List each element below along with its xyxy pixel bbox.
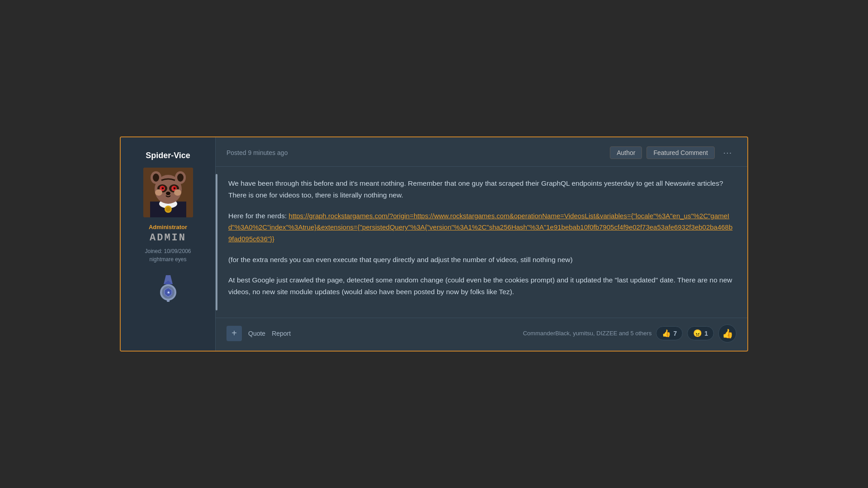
add-reaction-button[interactable]: + <box>226 326 242 341</box>
medal-icon: ★ <box>157 275 179 302</box>
upvote-button[interactable]: 👍 <box>718 324 736 343</box>
author-sidebar: Spider-Vice <box>121 137 216 350</box>
post-paragraph-2: (for the extra nerds you can even execut… <box>228 254 735 266</box>
svg-point-13 <box>162 188 164 189</box>
post-header-badges: Author Featured Comment ⋯ <box>610 145 736 160</box>
post-content-area: Posted 9 minutes ago Author Featured Com… <box>216 137 747 350</box>
post-header: Posted 9 minutes ago Author Featured Com… <box>216 137 747 167</box>
post-container: Spider-Vice <box>120 136 748 351</box>
post-timestamp: Posted 9 minutes ago <box>226 149 288 156</box>
author-badge-label: Author <box>610 146 642 159</box>
post-paragraph-1: We have been through this before and it'… <box>228 178 735 201</box>
post-paragraph-3: At best Google just crawled the page, de… <box>228 274 735 297</box>
svg-rect-29 <box>167 300 170 302</box>
upvote-icon: 👍 <box>722 328 733 339</box>
page-wrapper: Spider-Vice <box>0 0 868 488</box>
reactors-list: CommanderBlack, yumitsu, DIZZEE and 5 ot… <box>523 330 652 337</box>
svg-point-20 <box>153 174 159 182</box>
svg-point-5 <box>166 207 170 211</box>
post-footer: + Quote Report CommanderBlack, yumitsu, … <box>216 318 747 351</box>
report-button[interactable]: Report <box>272 330 291 337</box>
post-actions-left: + Quote Report <box>226 326 291 341</box>
author-role: Administrator <box>149 224 187 230</box>
like-count: 7 <box>673 330 677 337</box>
author-medal-area: ★ <box>157 275 179 302</box>
author-joined: Joined: 10/09/2006 <box>145 248 191 254</box>
svg-point-15 <box>166 192 170 195</box>
author-avatar <box>143 168 193 217</box>
left-border-accent <box>216 174 217 310</box>
angry-icon: 😠 <box>693 329 702 338</box>
author-badge: ADMIN <box>150 232 186 244</box>
svg-point-17 <box>174 189 181 196</box>
angry-count: 1 <box>704 330 708 337</box>
post-paragraph-link-intro: Here for the nerds: https://graph.rockst… <box>228 210 735 245</box>
more-options-button[interactable]: ⋯ <box>719 145 736 160</box>
svg-text:★: ★ <box>166 291 170 295</box>
angry-reaction-button[interactable]: 😠 1 <box>687 326 714 340</box>
post-reactions: CommanderBlack, yumitsu, DIZZEE and 5 ot… <box>523 324 736 343</box>
svg-point-21 <box>177 174 184 182</box>
author-username: Spider-Vice <box>146 151 190 160</box>
svg-point-16 <box>155 189 162 196</box>
quote-button[interactable]: Quote <box>248 330 265 337</box>
like-icon: 👍 <box>662 329 671 338</box>
post-body: We have been through this before and it'… <box>216 167 747 317</box>
featured-comment-badge: Featured Comment <box>646 146 715 159</box>
link-intro-text: Here for the nerds: <box>228 212 289 220</box>
graphql-link[interactable]: https://graph.rockstargames.com/?origin=… <box>228 212 732 243</box>
author-nickname: nightmare eyes <box>149 256 186 263</box>
svg-point-14 <box>174 188 175 189</box>
like-reaction-button[interactable]: 👍 7 <box>656 326 683 340</box>
